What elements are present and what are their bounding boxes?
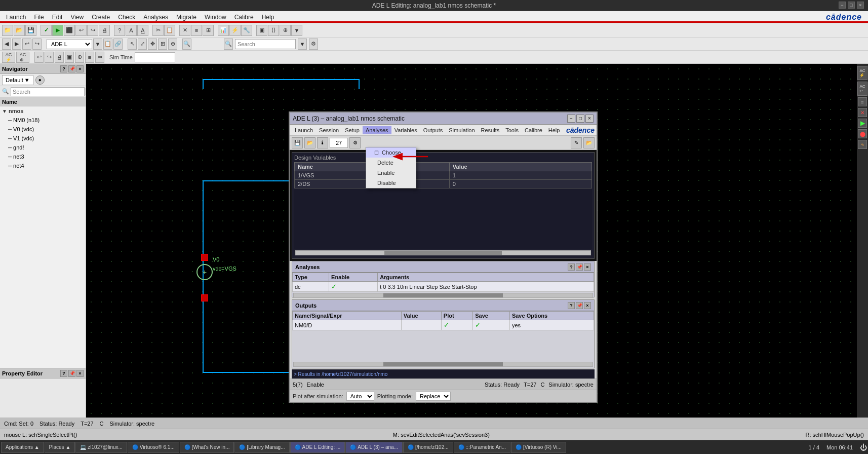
ade-menu-tools[interactable]: Tools xyxy=(502,126,522,134)
minimize-btn[interactable]: − xyxy=(839,2,846,9)
prop-help-btn[interactable]: ? xyxy=(60,370,67,377)
menu-create[interactable]: Create xyxy=(88,13,114,22)
rt-misc-btn[interactable]: ≡ xyxy=(858,97,867,106)
tb-run[interactable]: ▶ xyxy=(52,25,63,36)
ade-menu-variables[interactable]: Variables xyxy=(391,126,420,134)
tb-print[interactable]: 🖨 xyxy=(99,25,110,36)
tb3-b5[interactable]: ⊕ xyxy=(75,52,84,63)
dd-enable[interactable]: Enable xyxy=(366,168,416,178)
ade-menu-outputs[interactable]: Outputs xyxy=(420,126,446,134)
rt-wave-btn[interactable]: ∿ xyxy=(858,140,867,149)
rt-ac-btn[interactable]: AC⚡ xyxy=(857,66,867,80)
tb3-b6[interactable]: ≡ xyxy=(85,52,94,63)
tb-save[interactable]: 💾 xyxy=(25,25,36,36)
rt-cross-btn[interactable]: ✕ xyxy=(858,108,867,117)
tb-net[interactable]: 🔧 xyxy=(241,25,252,36)
nav-default-dropdown[interactable]: Default ▼ xyxy=(2,75,33,85)
ade-menu-help[interactable]: Help xyxy=(545,126,563,134)
menu-migrate[interactable]: Migrate xyxy=(172,13,201,22)
tb2-copy2[interactable]: 📋 xyxy=(103,39,112,50)
taskbar-terminal[interactable]: 💻 zl1027@linux... xyxy=(75,442,127,453)
menu-view[interactable]: View xyxy=(66,13,88,22)
tb-more[interactable]: ▼ xyxy=(291,25,302,36)
tb2-move[interactable]: ✥ xyxy=(148,39,157,50)
tb-open[interactable]: 📂 xyxy=(14,25,25,36)
ade-menu-setup[interactable]: Setup xyxy=(342,126,363,134)
tb2-copy3[interactable]: ⊞ xyxy=(158,39,167,50)
tb-pin[interactable]: ⊕ xyxy=(280,25,291,36)
analyses-hscrollbar[interactable] xyxy=(293,293,593,298)
outputs-hscrollbar[interactable] xyxy=(293,362,593,367)
ade-menu-results[interactable]: Results xyxy=(478,126,503,134)
menu-calibre[interactable]: Calibre xyxy=(230,13,258,22)
tb-stop[interactable]: ⬛ xyxy=(64,25,75,36)
nav-help-btn[interactable]: ? xyxy=(60,65,67,72)
dv-scrollbar[interactable] xyxy=(295,250,591,255)
menu-window[interactable]: Window xyxy=(201,13,230,22)
ade-tb-open2[interactable]: 📂 xyxy=(583,137,595,148)
taskbar-adel3[interactable]: 🔵 ADE L (3) – ana... xyxy=(345,442,403,453)
tb3-b7[interactable]: ⇒ xyxy=(95,52,104,63)
tb-text2[interactable]: A xyxy=(137,25,148,36)
analyses-close-btn[interactable]: × xyxy=(584,263,591,271)
tree-item-v1[interactable]: ─ V1 (vdc) xyxy=(0,134,86,143)
ade-min-btn[interactable]: − xyxy=(567,115,575,123)
taskbar-virtuoso[interactable]: 🔵 Virtuoso® 6.1... xyxy=(128,442,179,453)
tb-wire[interactable]: ⚡ xyxy=(229,25,241,36)
ade-l-dropdown[interactable]: ADE L xyxy=(47,39,92,49)
taskbar-applications[interactable]: Applications ▲ xyxy=(1,442,44,453)
maximize-btn[interactable]: □ xyxy=(848,2,855,9)
taskbar-parametric[interactable]: 🔵 :::Parametric An... xyxy=(454,442,510,453)
tree-item-gnd[interactable]: ─ gnd! xyxy=(0,143,86,152)
ade-tb-save[interactable]: 💾 xyxy=(292,137,303,148)
rt-play-btn[interactable]: ▶ xyxy=(858,119,867,128)
tb2-filter[interactable]: ⚙ xyxy=(309,39,318,50)
tree-item-net3[interactable]: ─ net3 xyxy=(0,152,86,161)
menu-help[interactable]: Help xyxy=(258,13,279,22)
tb2-link[interactable]: 🔗 xyxy=(113,39,123,50)
dd-delete[interactable]: Delete xyxy=(366,158,416,168)
tree-item-v0[interactable]: ─ V0 (vdc) xyxy=(0,125,86,134)
tree-item-nm0[interactable]: ─ NM0 (n18) xyxy=(0,116,86,125)
nav-close-btn[interactable]: × xyxy=(76,65,84,72)
ade-tb-open[interactable]: 📂 xyxy=(304,137,315,148)
taskbar-places[interactable]: Places ▲ xyxy=(45,442,75,453)
taskbar-virtuoso2[interactable]: 🔵 [Virtuoso (R) Vi... xyxy=(511,442,566,453)
tree-item-net4[interactable]: ─ net4 xyxy=(0,161,86,170)
tb-prop[interactable]: ⟨⟩ xyxy=(268,25,279,36)
menu-launch[interactable]: Launch xyxy=(2,13,30,22)
tb2-stretch[interactable]: ⤢ xyxy=(138,39,147,50)
outputs-close-btn[interactable]: × xyxy=(584,302,591,309)
close-btn[interactable]: × xyxy=(857,2,864,9)
ade-tb-settings[interactable]: ⚙ xyxy=(349,137,361,148)
ade-menu-session[interactable]: Session xyxy=(316,126,342,134)
taskbar-whatsnew[interactable]: 🔵 [What's New in... xyxy=(180,442,234,453)
tb3-ac[interactable]: AC⚡ xyxy=(2,52,15,63)
tb-redo[interactable]: ↪ xyxy=(87,25,98,36)
outputs-pin-btn[interactable]: 📌 xyxy=(576,302,583,309)
tb-crossprobe[interactable]: ✕ xyxy=(179,25,190,36)
tb2-redo2[interactable]: ↪ xyxy=(32,39,42,50)
ade-menu-analyses[interactable]: Analyses xyxy=(363,126,391,134)
tb2-fwd[interactable]: ▶ xyxy=(12,39,21,50)
nav-search-input[interactable] xyxy=(11,87,85,96)
tb2-back[interactable]: ◀ xyxy=(2,39,11,50)
tb-copy[interactable]: 📋 xyxy=(164,25,175,36)
taskbar-libman[interactable]: 🔵 [Library Manag... xyxy=(234,442,289,453)
rt-ac2-btn[interactable]: AC↩ xyxy=(857,82,867,96)
ade-close-btn[interactable]: × xyxy=(585,115,594,123)
prop-pin-btn[interactable]: 📌 xyxy=(68,370,75,377)
outputs-help-btn[interactable]: ? xyxy=(568,302,575,309)
menu-analyses[interactable]: Analyses xyxy=(139,13,172,22)
tb3-b1[interactable]: ↩ xyxy=(34,52,44,63)
nav-pin-btn[interactable]: 📌 xyxy=(68,65,75,72)
tb2-sel[interactable]: ↖ xyxy=(128,39,137,50)
ade-tb-edit[interactable]: ✎ xyxy=(571,137,582,148)
tb-annot[interactable]: ≡ xyxy=(191,25,202,36)
tb2-search-btn[interactable]: 🔍 xyxy=(224,39,233,50)
tree-item-nmos[interactable]: ▼ nmos xyxy=(0,106,86,116)
tb-pts[interactable]: 📊 xyxy=(218,25,229,36)
ade-menu-calibre[interactable]: Calibre xyxy=(522,126,545,134)
dd-choose[interactable]: ☐ Choose xyxy=(366,147,416,158)
sim-time-input[interactable] xyxy=(135,52,175,62)
